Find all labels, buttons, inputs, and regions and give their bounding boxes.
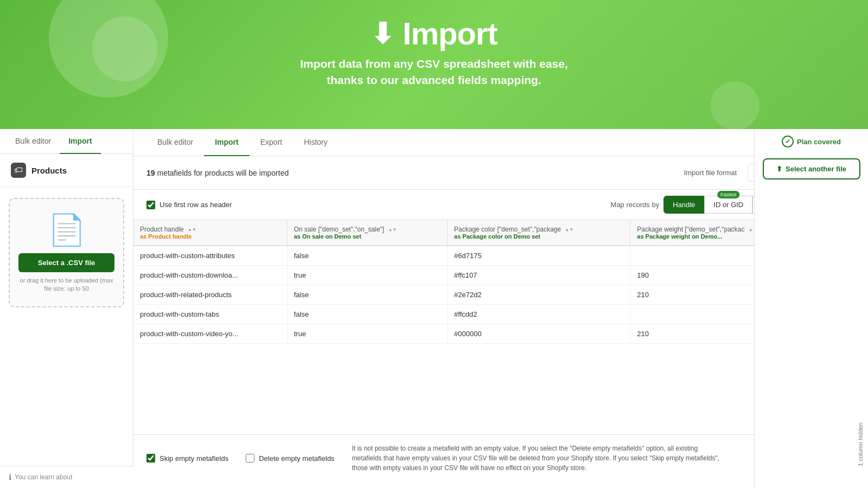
cell-onsale-2: true [287, 266, 447, 285]
products-icon: 🏷 [11, 163, 26, 178]
info-footer: ℹ You can learn about [0, 466, 133, 488]
format-label: Import file format [684, 169, 737, 177]
skip-empty-checkbox[interactable] [146, 454, 155, 463]
csv-drag-text: or drag it here to be uploaded (max file… [18, 277, 114, 293]
right-overlay-panel: ✓ Plan covered ⬆ Select another file 1 c… [754, 129, 868, 488]
tab-bulk-editor[interactable]: Bulk editor [146, 129, 204, 156]
map-label: Map records by [611, 201, 660, 209]
upload-icon: ⬆ [776, 165, 782, 173]
cell-handle-5: product-with-custom-video-yo... [133, 324, 287, 344]
id-or-gid-button[interactable]: Fastest ID or GID [704, 196, 752, 214]
tab-bulk-editor-left[interactable]: Bulk editor [7, 129, 60, 154]
tab-import[interactable]: Import [204, 129, 250, 156]
overlay-check-icon: ✓ [782, 136, 794, 147]
delete-empty-checkbox[interactable] [246, 454, 254, 463]
use-first-row-checkbox[interactable] [146, 201, 155, 209]
column-hidden-label: 1 column hidden [857, 422, 864, 466]
cell-color-4: #ffcdd2 [448, 305, 630, 324]
cell-onsale-3: false [287, 285, 447, 305]
csv-file-icon: 📄 [18, 212, 114, 248]
left-tabs: Bulk editor Import [0, 129, 133, 154]
footer-note: It is not possible to create a metafield… [352, 444, 721, 473]
delete-empty-label[interactable]: Delete empty metafields [246, 444, 334, 473]
tab-import-left[interactable]: Import [60, 129, 101, 154]
metafields-info: 19 metafields for products will be impor… [146, 169, 678, 177]
products-label: Products [31, 166, 67, 175]
cell-handle-3: product-with-related-products [133, 285, 287, 305]
col-on-sale[interactable]: On sale ["demo_set","on_sale"] ▲▼ as On … [287, 220, 447, 246]
cell-onsale-5: true [287, 324, 447, 344]
overlay-plan-covered: ✓ Plan covered [782, 136, 841, 147]
cell-color-2: #ffc107 [448, 266, 630, 285]
skip-empty-label[interactable]: Skip empty metafields [146, 444, 228, 473]
handle-button[interactable]: Handle [663, 196, 704, 214]
cell-color-3: #2e72d2 [448, 285, 630, 305]
tab-history[interactable]: History [293, 129, 339, 156]
select-csv-button[interactable]: Select a .CSV file [18, 253, 114, 272]
info-icon: ℹ [9, 473, 11, 481]
cell-handle-4: product-with-custom-tabs [133, 305, 287, 324]
sidebar-item-products[interactable]: 🏷 Products [0, 154, 133, 187]
col-package-color[interactable]: Package color ["demo_set","package ▲▼ as… [448, 220, 630, 246]
fastest-badge: Fastest [717, 191, 740, 198]
select-another-file-button[interactable]: ⬆ Select another file [763, 158, 860, 179]
hero-title: ⬇ Import [0, 15, 868, 52]
cell-color-1: #6d7175 [448, 246, 630, 266]
tab-export[interactable]: Export [250, 129, 293, 156]
col-product-handle[interactable]: Product handle ▲▼ as Product handle [133, 220, 287, 246]
cell-handle-2: product-with-custom-downloa... [133, 266, 287, 285]
hero-subtitle: Import data from any CSV spreadsheet wit… [0, 56, 868, 89]
download-arrow-icon: ⬇ [371, 17, 394, 50]
csv-upload-area: 📄 Select a .CSV file or drag it here to … [9, 198, 124, 307]
cell-handle-1: product-with-custom-attributes [133, 246, 287, 266]
cell-onsale-1: false [287, 246, 447, 266]
cell-color-5: #000000 [448, 324, 630, 344]
cell-onsale-4: false [287, 305, 447, 324]
use-first-row-label[interactable]: Use first row as header [146, 201, 232, 209]
